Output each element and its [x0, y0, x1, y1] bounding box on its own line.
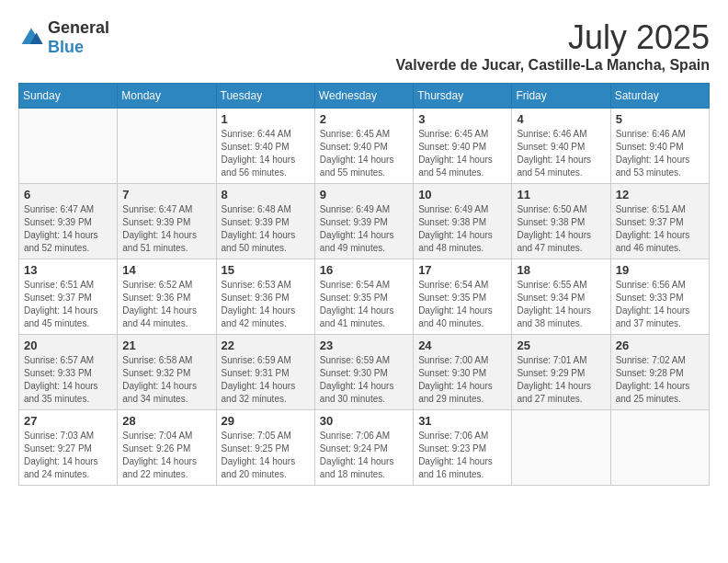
weekday-header-cell: Wednesday — [314, 84, 413, 109]
day-info: Sunrise: 7:00 AM Sunset: 9:30 PM Dayligh… — [418, 354, 506, 406]
weekday-header-cell: Friday — [512, 84, 610, 109]
day-info: Sunrise: 6:53 AM Sunset: 9:36 PM Dayligh… — [222, 279, 310, 330]
header: General Blue July 2025 Valverde de Jucar… — [18, 18, 710, 74]
calendar-table: SundayMondayTuesdayWednesdayThursdayFrid… — [18, 83, 710, 486]
day-info: Sunrise: 6:48 AM Sunset: 9:39 PM Dayligh… — [222, 203, 310, 255]
day-number: 3 — [418, 112, 506, 126]
calendar-day-cell: 3Sunrise: 6:45 AM Sunset: 9:40 PM Daylig… — [414, 109, 512, 184]
weekday-header-cell: Thursday — [414, 84, 512, 109]
calendar-day-cell: 16Sunrise: 6:54 AM Sunset: 9:35 PM Dayli… — [314, 259, 413, 335]
calendar-day-cell: 27Sunrise: 7:03 AM Sunset: 9:27 PM Dayli… — [19, 410, 118, 486]
day-info: Sunrise: 6:57 AM Sunset: 9:33 PM Dayligh… — [24, 354, 112, 406]
day-number: 5 — [616, 112, 704, 126]
calendar-day-cell: 20Sunrise: 6:57 AM Sunset: 9:33 PM Dayli… — [19, 335, 118, 410]
calendar-week-row: 27Sunrise: 7:03 AM Sunset: 9:27 PM Dayli… — [19, 410, 710, 486]
calendar-day-cell: 24Sunrise: 7:00 AM Sunset: 9:30 PM Dayli… — [414, 335, 512, 410]
day-info: Sunrise: 7:03 AM Sunset: 9:27 PM Dayligh… — [24, 430, 112, 481]
calendar-week-row: 13Sunrise: 6:51 AM Sunset: 9:37 PM Dayli… — [19, 259, 710, 335]
day-info: Sunrise: 6:46 AM Sunset: 9:40 PM Dayligh… — [616, 128, 704, 179]
day-info: Sunrise: 6:54 AM Sunset: 9:35 PM Dayligh… — [320, 279, 408, 330]
day-info: Sunrise: 7:01 AM Sunset: 9:29 PM Dayligh… — [517, 354, 605, 406]
day-number: 28 — [122, 414, 210, 428]
calendar-day-cell: 30Sunrise: 7:06 AM Sunset: 9:24 PM Dayli… — [314, 410, 413, 486]
calendar-day-cell: 29Sunrise: 7:05 AM Sunset: 9:25 PM Dayli… — [216, 410, 314, 486]
day-info: Sunrise: 6:44 AM Sunset: 9:40 PM Dayligh… — [222, 128, 310, 179]
calendar-day-cell: 13Sunrise: 6:51 AM Sunset: 9:37 PM Dayli… — [19, 259, 118, 335]
calendar-day-cell: 25Sunrise: 7:01 AM Sunset: 9:29 PM Dayli… — [512, 335, 610, 410]
calendar-day-cell: 4Sunrise: 6:46 AM Sunset: 9:40 PM Daylig… — [512, 109, 610, 184]
day-info: Sunrise: 6:51 AM Sunset: 9:37 PM Dayligh… — [616, 203, 704, 255]
day-info: Sunrise: 6:45 AM Sunset: 9:40 PM Dayligh… — [418, 128, 506, 179]
day-number: 12 — [616, 188, 704, 201]
day-info: Sunrise: 6:50 AM Sunset: 9:38 PM Dayligh… — [517, 203, 605, 255]
calendar-day-cell — [19, 109, 118, 184]
calendar-day-cell: 5Sunrise: 6:46 AM Sunset: 9:40 PM Daylig… — [610, 109, 709, 184]
day-info: Sunrise: 7:04 AM Sunset: 9:26 PM Dayligh… — [122, 430, 210, 481]
calendar-body: 1Sunrise: 6:44 AM Sunset: 9:40 PM Daylig… — [19, 109, 710, 486]
calendar-day-cell: 6Sunrise: 6:47 AM Sunset: 9:39 PM Daylig… — [19, 184, 118, 259]
weekday-header-cell: Tuesday — [216, 84, 314, 109]
calendar-day-cell: 18Sunrise: 6:55 AM Sunset: 9:34 PM Dayli… — [512, 259, 610, 335]
calendar-day-cell — [512, 410, 610, 486]
calendar-day-cell: 31Sunrise: 7:06 AM Sunset: 9:23 PM Dayli… — [414, 410, 512, 486]
day-info: Sunrise: 6:49 AM Sunset: 9:38 PM Dayligh… — [418, 203, 506, 255]
title-area: July 2025 Valverde de Jucar, Castille-La… — [396, 18, 710, 74]
day-number: 26 — [616, 339, 704, 352]
calendar-day-cell: 22Sunrise: 6:59 AM Sunset: 9:31 PM Dayli… — [216, 335, 314, 410]
day-number: 17 — [418, 263, 506, 277]
day-number: 15 — [222, 263, 310, 277]
day-info: Sunrise: 6:51 AM Sunset: 9:37 PM Dayligh… — [24, 279, 112, 330]
day-number: 10 — [418, 188, 506, 201]
day-info: Sunrise: 6:58 AM Sunset: 9:32 PM Dayligh… — [122, 354, 210, 406]
logo-text-blue: Blue — [48, 38, 84, 56]
day-number: 18 — [517, 263, 605, 277]
calendar-day-cell: 15Sunrise: 6:53 AM Sunset: 9:36 PM Dayli… — [216, 259, 314, 335]
calendar-day-cell: 17Sunrise: 6:54 AM Sunset: 9:35 PM Dayli… — [414, 259, 512, 335]
calendar-day-cell: 28Sunrise: 7:04 AM Sunset: 9:26 PM Dayli… — [118, 410, 216, 486]
calendar-day-cell: 26Sunrise: 7:02 AM Sunset: 9:28 PM Dayli… — [610, 335, 709, 410]
weekday-header-cell: Saturday — [610, 84, 709, 109]
month-title: July 2025 — [396, 18, 710, 57]
day-number: 14 — [122, 263, 210, 277]
weekday-header-cell: Sunday — [19, 84, 118, 109]
calendar-day-cell: 8Sunrise: 6:48 AM Sunset: 9:39 PM Daylig… — [216, 184, 314, 259]
day-number: 2 — [320, 112, 408, 126]
day-info: Sunrise: 6:54 AM Sunset: 9:35 PM Dayligh… — [418, 279, 506, 330]
calendar-day-cell: 14Sunrise: 6:52 AM Sunset: 9:36 PM Dayli… — [118, 259, 216, 335]
day-info: Sunrise: 7:02 AM Sunset: 9:28 PM Dayligh… — [616, 354, 704, 406]
day-number: 9 — [320, 188, 408, 201]
day-info: Sunrise: 6:47 AM Sunset: 9:39 PM Dayligh… — [24, 203, 112, 255]
day-number: 16 — [320, 263, 408, 277]
day-number: 27 — [24, 414, 112, 428]
day-info: Sunrise: 6:45 AM Sunset: 9:40 PM Dayligh… — [320, 128, 408, 179]
day-info: Sunrise: 6:52 AM Sunset: 9:36 PM Dayligh… — [122, 279, 210, 330]
day-number: 8 — [222, 188, 310, 201]
day-info: Sunrise: 6:46 AM Sunset: 9:40 PM Dayligh… — [517, 128, 605, 179]
calendar-day-cell — [118, 109, 216, 184]
calendar-week-row: 6Sunrise: 6:47 AM Sunset: 9:39 PM Daylig… — [19, 184, 710, 259]
day-number: 4 — [517, 112, 605, 126]
day-info: Sunrise: 6:56 AM Sunset: 9:33 PM Dayligh… — [616, 279, 704, 330]
day-number: 24 — [418, 339, 506, 352]
day-info: Sunrise: 6:59 AM Sunset: 9:31 PM Dayligh… — [222, 354, 310, 406]
day-number: 22 — [222, 339, 310, 352]
calendar-week-row: 20Sunrise: 6:57 AM Sunset: 9:33 PM Dayli… — [19, 335, 710, 410]
day-info: Sunrise: 7:06 AM Sunset: 9:24 PM Dayligh… — [320, 430, 408, 481]
logo-icon — [18, 25, 44, 51]
day-number: 19 — [616, 263, 704, 277]
calendar-day-cell — [610, 410, 709, 486]
day-number: 29 — [222, 414, 310, 428]
day-number: 1 — [222, 112, 310, 126]
day-number: 6 — [24, 188, 112, 201]
day-number: 13 — [24, 263, 112, 277]
calendar-day-cell: 21Sunrise: 6:58 AM Sunset: 9:32 PM Dayli… — [118, 335, 216, 410]
logo: General Blue — [18, 18, 109, 57]
day-info: Sunrise: 7:05 AM Sunset: 9:25 PM Dayligh… — [222, 430, 310, 481]
day-number: 11 — [517, 188, 605, 201]
calendar-day-cell: 2Sunrise: 6:45 AM Sunset: 9:40 PM Daylig… — [314, 109, 413, 184]
day-info: Sunrise: 6:55 AM Sunset: 9:34 PM Dayligh… — [517, 279, 605, 330]
calendar-day-cell: 1Sunrise: 6:44 AM Sunset: 9:40 PM Daylig… — [216, 109, 314, 184]
weekday-header: SundayMondayTuesdayWednesdayThursdayFrid… — [19, 84, 710, 109]
calendar-day-cell: 11Sunrise: 6:50 AM Sunset: 9:38 PM Dayli… — [512, 184, 610, 259]
calendar-day-cell: 23Sunrise: 6:59 AM Sunset: 9:30 PM Dayli… — [314, 335, 413, 410]
